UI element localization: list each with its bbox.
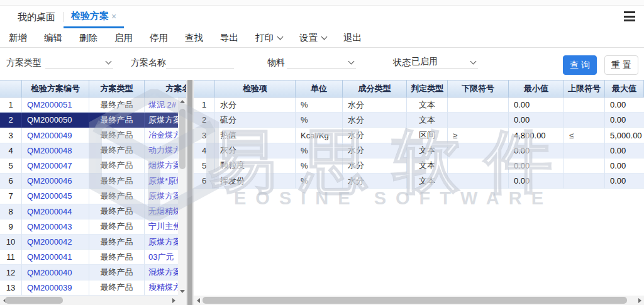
- column-header-lower-symbol[interactable]: 下限符号: [448, 80, 509, 97]
- tab-inspection-plan[interactable]: 检验方案 ×: [64, 6, 124, 28]
- column-header-plan-id[interactable]: 检验方案编号: [22, 80, 89, 97]
- inspection-item: 热值: [215, 128, 296, 143]
- horizontal-scrollbar[interactable]: [194, 296, 644, 305]
- column-header-rownum[interactable]: [194, 80, 215, 97]
- toolbar-button-delete[interactable]: 删除: [79, 32, 97, 44]
- column-header-item[interactable]: 检验项: [215, 80, 296, 97]
- filter-bar: 方案类型 方案名称 物料 状态 已启用 查 询 重 置: [0, 48, 644, 80]
- chevron-down-icon: [470, 58, 477, 65]
- column-header-unit[interactable]: 单位: [296, 80, 343, 97]
- table-row[interactable]: 2QM2000050最终产品原煤方案: [0, 113, 178, 128]
- plan-type-dropdown[interactable]: [45, 54, 113, 69]
- scroll-left-icon[interactable]: [194, 296, 203, 305]
- plan-id: QM2000040: [22, 265, 89, 280]
- scrollbar-thumb[interactable]: [179, 109, 186, 169]
- table-row[interactable]: 5颗粒度%水分文本0.000.00: [194, 158, 644, 174]
- table-row[interactable]: 13QM2000039最终产品瘦精煤方案: [0, 280, 178, 296]
- table-row[interactable]: 1水分%水分文本0.000.00: [194, 97, 644, 113]
- column-header-rownum[interactable]: [0, 80, 22, 97]
- plan-id: QM2000043: [22, 219, 89, 235]
- plan-name: 动力煤方案: [145, 143, 178, 158]
- table-row[interactable]: 7QM2000045最终产品原煤方案: [0, 189, 178, 204]
- column-header-min-value[interactable]: 最小值: [509, 80, 564, 97]
- scroll-down-icon[interactable]: [178, 287, 186, 296]
- scroll-right-icon[interactable]: [635, 296, 644, 305]
- plan-id: QM2000049: [22, 128, 89, 143]
- unit: %: [296, 97, 343, 113]
- vertical-scrollbar[interactable]: [178, 97, 186, 296]
- scrollbar-thumb[interactable]: [203, 297, 627, 304]
- horizontal-scrollbar[interactable]: [0, 296, 178, 305]
- plan-type: 最终产品: [89, 235, 145, 250]
- column-header-plan-name[interactable]: 方案名称: [145, 80, 186, 97]
- plan-type: 最终产品: [89, 174, 145, 189]
- column-header-judge-type[interactable]: 判定类型: [407, 80, 448, 97]
- tab-my-desktop[interactable]: 我的桌面: [10, 6, 63, 28]
- toolbar-button-exit[interactable]: 退出: [343, 32, 362, 44]
- column-header-component-type[interactable]: 成分类型: [343, 80, 407, 97]
- status-dropdown[interactable]: 已启用: [410, 54, 478, 69]
- plan-type: 最终产品: [89, 189, 145, 204]
- table-row[interactable]: 4灰分%水分文本0.000.00: [194, 143, 644, 158]
- plan-name-input[interactable]: [166, 54, 234, 69]
- toolbar-button-export[interactable]: 导出: [220, 32, 238, 44]
- min-value: 0.00: [509, 143, 564, 158]
- scrollbar-thumb[interactable]: [5, 297, 63, 304]
- inspection-item: 颗粒度: [215, 158, 296, 174]
- column-header-plan-type[interactable]: 方案类型: [89, 80, 145, 97]
- items-table-panel: 检验项 单位 成分类型 判定类型 下限符号 最小值 上限符号 最大值 1水分%水…: [194, 80, 644, 305]
- unit: %: [296, 174, 343, 189]
- plan-name-label: 方案名称: [131, 57, 166, 69]
- unit: %: [296, 158, 343, 174]
- toolbar-button-add[interactable]: 新增: [9, 32, 27, 44]
- column-header-upper-symbol[interactable]: 上限符号: [564, 80, 605, 97]
- table-row[interactable]: 4QM2000048最终产品动力煤方案: [0, 143, 178, 158]
- column-header-max-value[interactable]: 最大值: [605, 80, 644, 97]
- plan-id: QM2000045: [22, 189, 89, 204]
- upper-limit-symbol: [564, 113, 605, 128]
- plan-type: 最终产品: [89, 204, 145, 219]
- table-row[interactable]: 5QM2000047最终产品烟煤方案: [0, 158, 178, 174]
- toolbar-button-disable[interactable]: 停用: [150, 32, 168, 44]
- lower-limit-symbol: ≥: [448, 128, 509, 143]
- inspection-item: 灰分: [215, 143, 296, 158]
- toolbar-button-print[interactable]: 打印: [255, 32, 282, 44]
- toolbar-button-edit[interactable]: 编辑: [44, 32, 62, 44]
- toolbar-button-enable[interactable]: 启用: [114, 32, 133, 44]
- table-row[interactable]: 11QM2000041最终产品03广元: [0, 250, 178, 265]
- upper-limit-symbol: ≤: [564, 128, 605, 143]
- judge-type: 区间: [407, 128, 448, 143]
- toolbar-button-find[interactable]: 查找: [185, 32, 203, 44]
- toolbar-button-label: 启用: [114, 32, 133, 44]
- table-row[interactable]: 2硫分%水分文本0.000.00: [194, 113, 644, 128]
- table-row[interactable]: 3热值Kcal/Kg水分区间≥4,800.00≤5,000.00: [194, 128, 644, 143]
- inspection-item: 水分: [215, 97, 296, 113]
- table-row[interactable]: 8QM2000044最终产品无烟精煤: [0, 204, 178, 219]
- material-dropdown[interactable]: [287, 54, 356, 69]
- table-row[interactable]: 6QM2000046最终产品原煤*原煤: [0, 174, 178, 189]
- plan-name: 煤泥 2#: [145, 97, 178, 113]
- plan-id: QM2000044: [22, 204, 89, 219]
- plan-type: 最终产品: [89, 143, 145, 158]
- menu-icon[interactable]: [624, 11, 635, 21]
- chevron-down-icon: [348, 58, 355, 65]
- scroll-up-icon[interactable]: [178, 97, 186, 106]
- reset-button[interactable]: 重 置: [604, 55, 638, 75]
- panel-splitter[interactable]: [186, 80, 194, 305]
- plan-name: 原煤方案: [145, 113, 178, 128]
- query-button[interactable]: 查 询: [563, 55, 597, 75]
- row-number: 8: [0, 204, 22, 219]
- table-row[interactable]: 10QM2000042最终产品原煤方案: [0, 235, 178, 250]
- scroll-right-icon[interactable]: [169, 296, 178, 305]
- row-number: 2: [194, 113, 215, 128]
- material-label: 物料: [267, 57, 285, 69]
- table-row[interactable]: 1QM2000051最终产品煤泥 2#: [0, 97, 178, 113]
- status-value: 已启用: [411, 56, 438, 67]
- toolbar-button-settings[interactable]: 设置: [299, 32, 326, 44]
- table-row[interactable]: 9QM2000043最终产品宁川主焦: [0, 219, 178, 235]
- close-icon[interactable]: ×: [111, 11, 116, 21]
- table-row[interactable]: 12QM2000040最终产品混煤方案: [0, 265, 178, 280]
- table-row[interactable]: 6挥发份%水分文本0.000.00: [194, 174, 644, 189]
- max-value: 0.00: [605, 97, 644, 113]
- table-row[interactable]: 3QM2000049最终产品冶金煤方案: [0, 128, 178, 143]
